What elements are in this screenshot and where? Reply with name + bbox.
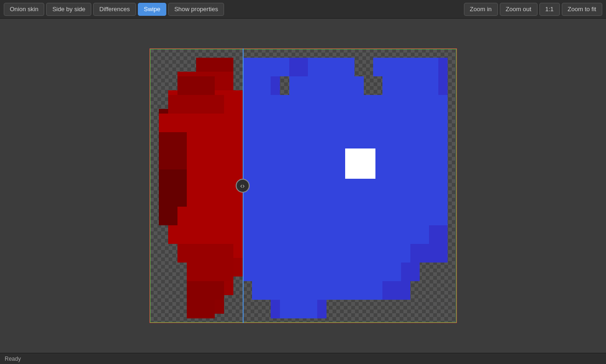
main-canvas-area: ‹› xyxy=(0,19,606,353)
svg-rect-47 xyxy=(159,114,224,132)
swipe-button[interactable]: Swipe xyxy=(138,3,166,16)
toolbar: Onion skin Side by side Differences Swip… xyxy=(0,0,606,19)
canvas-container[interactable]: ‹› xyxy=(150,48,457,323)
svg-rect-68 xyxy=(382,76,438,95)
svg-rect-78 xyxy=(280,300,317,318)
svg-rect-82 xyxy=(401,244,410,263)
svg-rect-57 xyxy=(159,207,177,225)
svg-rect-64 xyxy=(308,58,354,76)
svg-rect-74 xyxy=(243,225,429,244)
svg-rect-51 xyxy=(159,151,187,169)
svg-rect-65 xyxy=(373,58,438,76)
status-bar: Ready xyxy=(0,353,606,364)
svg-rect-71 xyxy=(243,114,448,132)
svg-rect-45 xyxy=(177,76,215,95)
svg-rect-66 xyxy=(243,76,271,95)
svg-rect-69 xyxy=(243,95,271,114)
side-by-side-button[interactable]: Side by side xyxy=(46,3,91,16)
svg-rect-46 xyxy=(168,95,224,114)
svg-rect-55 xyxy=(159,188,187,207)
swipe-handle[interactable]: ‹› xyxy=(236,179,250,193)
svg-rect-83 xyxy=(271,95,289,114)
svg-rect-63 xyxy=(243,58,289,76)
svg-rect-81 xyxy=(410,225,429,244)
svg-rect-76 xyxy=(243,263,401,281)
zoom-controls: Zoom in Zoom out 1:1 Zoom to fit xyxy=(464,3,602,16)
svg-rect-79 xyxy=(420,95,448,132)
svg-rect-61 xyxy=(187,281,224,300)
svg-rect-58 xyxy=(168,225,233,244)
svg-rect-60 xyxy=(187,263,233,281)
status-text: Ready xyxy=(5,356,21,362)
sprite-overlay xyxy=(150,48,457,323)
svg-rect-80 xyxy=(410,132,429,151)
svg-rect-77 xyxy=(252,281,382,300)
differences-button[interactable]: Differences xyxy=(93,3,136,16)
zoom-in-button[interactable]: Zoom in xyxy=(464,3,498,16)
svg-rect-73 xyxy=(345,148,375,179)
svg-rect-49 xyxy=(159,132,187,151)
svg-rect-75 xyxy=(243,244,410,263)
onion-skin-button[interactable]: Onion skin xyxy=(4,3,44,16)
zoom-1-1-button[interactable]: 1:1 xyxy=(539,3,560,16)
svg-rect-62 xyxy=(187,300,215,318)
svg-rect-53 xyxy=(159,169,187,188)
show-properties-button[interactable]: Show properties xyxy=(168,3,224,16)
zoom-out-button[interactable]: Zoom out xyxy=(500,3,538,16)
svg-rect-59 xyxy=(177,244,233,263)
svg-rect-67 xyxy=(289,76,364,95)
zoom-to-fit-button[interactable]: Zoom to fit xyxy=(562,3,602,16)
